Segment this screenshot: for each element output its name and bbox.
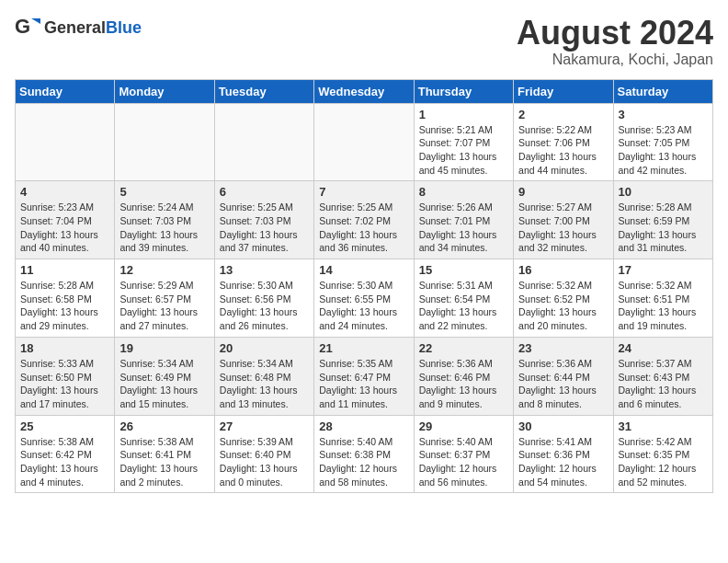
calendar-cell: 24Sunrise: 5:37 AM Sunset: 6:43 PM Dayli… xyxy=(613,337,712,415)
calendar-cell: 3Sunrise: 5:23 AM Sunset: 7:05 PM Daylig… xyxy=(613,103,712,181)
day-number: 24 xyxy=(619,341,708,355)
day-number: 27 xyxy=(220,419,309,433)
calendar-cell: 30Sunrise: 5:41 AM Sunset: 6:36 PM Dayli… xyxy=(514,415,613,493)
day-number: 15 xyxy=(419,263,508,277)
day-info: Sunrise: 5:25 AM Sunset: 7:02 PM Dayligh… xyxy=(319,201,408,255)
day-info: Sunrise: 5:40 AM Sunset: 6:37 PM Dayligh… xyxy=(419,435,508,489)
day-number: 12 xyxy=(119,263,209,277)
calendar-cell: 5Sunrise: 5:24 AM Sunset: 7:03 PM Daylig… xyxy=(115,181,214,259)
calendar-cell: 23Sunrise: 5:36 AM Sunset: 6:44 PM Dayli… xyxy=(514,337,613,415)
day-info: Sunrise: 5:23 AM Sunset: 7:05 PM Dayligh… xyxy=(619,123,708,178)
day-number: 25 xyxy=(20,419,109,433)
day-number: 8 xyxy=(419,185,508,199)
day-info: Sunrise: 5:36 AM Sunset: 6:44 PM Dayligh… xyxy=(518,357,608,411)
calendar-cell: 16Sunrise: 5:32 AM Sunset: 6:52 PM Dayli… xyxy=(514,259,613,338)
day-info: Sunrise: 5:30 AM Sunset: 6:55 PM Dayligh… xyxy=(319,279,408,333)
calendar-week-row: 18Sunrise: 5:33 AM Sunset: 6:50 PM Dayli… xyxy=(16,337,713,415)
page-header: G GeneralBlue August 2024 Nakamura, Koch… xyxy=(15,15,713,68)
svg-text:G: G xyxy=(15,15,30,38)
day-number: 5 xyxy=(119,185,209,199)
calendar-week-row: 1Sunrise: 5:21 AM Sunset: 7:07 PM Daylig… xyxy=(16,103,713,181)
calendar-cell: 31Sunrise: 5:42 AM Sunset: 6:35 PM Dayli… xyxy=(613,415,712,493)
day-info: Sunrise: 5:36 AM Sunset: 6:46 PM Dayligh… xyxy=(419,357,508,411)
day-info: Sunrise: 5:28 AM Sunset: 6:58 PM Dayligh… xyxy=(20,279,109,333)
day-info: Sunrise: 5:29 AM Sunset: 6:57 PM Dayligh… xyxy=(119,279,209,333)
day-info: Sunrise: 5:21 AM Sunset: 7:07 PM Dayligh… xyxy=(419,123,508,178)
logo-general-text: General xyxy=(44,18,106,37)
day-info: Sunrise: 5:41 AM Sunset: 6:36 PM Dayligh… xyxy=(518,435,608,489)
day-info: Sunrise: 5:42 AM Sunset: 6:35 PM Dayligh… xyxy=(619,435,708,489)
title-area: August 2024 Nakamura, Kochi, Japan xyxy=(517,15,713,68)
day-info: Sunrise: 5:35 AM Sunset: 6:47 PM Dayligh… xyxy=(319,357,408,411)
calendar-cell: 7Sunrise: 5:25 AM Sunset: 7:02 PM Daylig… xyxy=(314,181,414,259)
day-number: 7 xyxy=(319,185,408,199)
calendar-week-row: 4Sunrise: 5:23 AM Sunset: 7:04 PM Daylig… xyxy=(16,181,713,259)
calendar-cell xyxy=(16,103,115,181)
day-number: 6 xyxy=(220,185,309,199)
location-subtitle: Nakamura, Kochi, Japan xyxy=(517,52,713,68)
weekday-header-row: SundayMondayTuesdayWednesdayThursdayFrid… xyxy=(16,79,713,103)
day-number: 17 xyxy=(619,263,708,277)
day-info: Sunrise: 5:24 AM Sunset: 7:03 PM Dayligh… xyxy=(119,201,209,255)
calendar-week-row: 11Sunrise: 5:28 AM Sunset: 6:58 PM Dayli… xyxy=(16,259,713,338)
day-number: 29 xyxy=(419,419,508,433)
calendar-cell xyxy=(115,103,214,181)
day-number: 22 xyxy=(419,341,508,355)
day-number: 30 xyxy=(518,419,608,433)
day-info: Sunrise: 5:34 AM Sunset: 6:49 PM Dayligh… xyxy=(119,357,209,411)
day-number: 26 xyxy=(119,419,209,433)
month-year-title: August 2024 xyxy=(517,15,713,52)
weekday-header-friday: Friday xyxy=(514,79,613,103)
day-number: 13 xyxy=(220,263,309,277)
calendar-cell: 27Sunrise: 5:39 AM Sunset: 6:40 PM Dayli… xyxy=(214,415,313,493)
calendar-cell: 13Sunrise: 5:30 AM Sunset: 6:56 PM Dayli… xyxy=(214,259,313,338)
weekday-header-thursday: Thursday xyxy=(414,79,513,103)
calendar-cell: 14Sunrise: 5:30 AM Sunset: 6:55 PM Dayli… xyxy=(314,259,414,338)
day-info: Sunrise: 5:28 AM Sunset: 6:59 PM Dayligh… xyxy=(619,201,708,255)
calendar-cell: 8Sunrise: 5:26 AM Sunset: 7:01 PM Daylig… xyxy=(414,181,513,259)
day-number: 23 xyxy=(518,341,608,355)
calendar-cell xyxy=(214,103,313,181)
calendar-cell: 12Sunrise: 5:29 AM Sunset: 6:57 PM Dayli… xyxy=(115,259,214,338)
day-number: 1 xyxy=(419,108,508,121)
calendar-cell: 15Sunrise: 5:31 AM Sunset: 6:54 PM Dayli… xyxy=(414,259,513,338)
weekday-header-sunday: Sunday xyxy=(16,79,115,103)
logo: G GeneralBlue xyxy=(15,15,142,40)
day-number: 2 xyxy=(518,108,608,121)
day-info: Sunrise: 5:25 AM Sunset: 7:03 PM Dayligh… xyxy=(220,201,309,255)
weekday-header-tuesday: Tuesday xyxy=(214,79,313,103)
day-number: 20 xyxy=(220,341,309,355)
calendar-cell: 26Sunrise: 5:38 AM Sunset: 6:41 PM Dayli… xyxy=(115,415,214,493)
svg-marker-1 xyxy=(31,18,40,24)
day-number: 18 xyxy=(20,341,109,355)
calendar-cell xyxy=(314,103,414,181)
calendar-cell: 4Sunrise: 5:23 AM Sunset: 7:04 PM Daylig… xyxy=(16,181,115,259)
day-info: Sunrise: 5:37 AM Sunset: 6:43 PM Dayligh… xyxy=(619,357,708,411)
day-number: 10 xyxy=(619,185,708,199)
calendar-cell: 22Sunrise: 5:36 AM Sunset: 6:46 PM Dayli… xyxy=(414,337,513,415)
day-info: Sunrise: 5:31 AM Sunset: 6:54 PM Dayligh… xyxy=(419,279,508,333)
day-number: 14 xyxy=(319,263,408,277)
day-info: Sunrise: 5:38 AM Sunset: 6:41 PM Dayligh… xyxy=(119,435,209,489)
day-number: 28 xyxy=(319,419,408,433)
calendar-cell: 10Sunrise: 5:28 AM Sunset: 6:59 PM Dayli… xyxy=(613,181,712,259)
day-info: Sunrise: 5:39 AM Sunset: 6:40 PM Dayligh… xyxy=(220,435,309,489)
calendar-cell: 17Sunrise: 5:32 AM Sunset: 6:51 PM Dayli… xyxy=(613,259,712,338)
day-info: Sunrise: 5:34 AM Sunset: 6:48 PM Dayligh… xyxy=(220,357,309,411)
calendar-cell: 1Sunrise: 5:21 AM Sunset: 7:07 PM Daylig… xyxy=(414,103,513,181)
calendar-cell: 25Sunrise: 5:38 AM Sunset: 6:42 PM Dayli… xyxy=(16,415,115,493)
calendar-cell: 29Sunrise: 5:40 AM Sunset: 6:37 PM Dayli… xyxy=(414,415,513,493)
day-info: Sunrise: 5:38 AM Sunset: 6:42 PM Dayligh… xyxy=(20,435,109,489)
day-number: 21 xyxy=(319,341,408,355)
calendar-cell: 18Sunrise: 5:33 AM Sunset: 6:50 PM Dayli… xyxy=(16,337,115,415)
day-info: Sunrise: 5:40 AM Sunset: 6:38 PM Dayligh… xyxy=(319,435,408,489)
calendar-cell: 20Sunrise: 5:34 AM Sunset: 6:48 PM Dayli… xyxy=(214,337,313,415)
day-number: 31 xyxy=(619,419,708,433)
day-info: Sunrise: 5:27 AM Sunset: 7:00 PM Dayligh… xyxy=(518,201,608,255)
calendar-cell: 2Sunrise: 5:22 AM Sunset: 7:06 PM Daylig… xyxy=(514,103,613,181)
day-info: Sunrise: 5:32 AM Sunset: 6:52 PM Dayligh… xyxy=(518,279,608,333)
day-number: 3 xyxy=(619,108,708,121)
day-number: 9 xyxy=(518,185,608,199)
day-info: Sunrise: 5:22 AM Sunset: 7:06 PM Dayligh… xyxy=(518,123,608,178)
calendar-week-row: 25Sunrise: 5:38 AM Sunset: 6:42 PM Dayli… xyxy=(16,415,713,493)
